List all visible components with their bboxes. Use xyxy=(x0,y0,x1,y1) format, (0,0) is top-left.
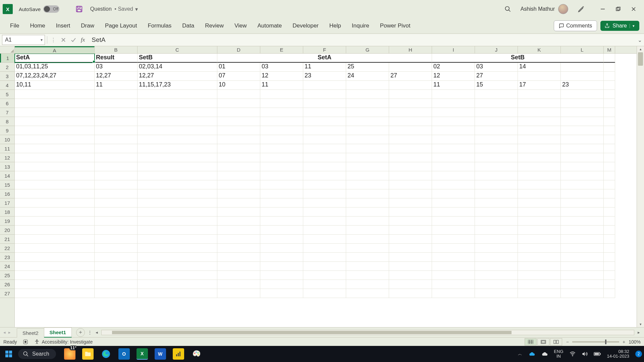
cell[interactable] xyxy=(604,244,615,253)
cell[interactable] xyxy=(518,207,561,217)
cell[interactable] xyxy=(561,72,604,81)
cell[interactable] xyxy=(604,153,615,162)
cell[interactable] xyxy=(604,271,615,280)
cell[interactable] xyxy=(303,117,346,126)
row-header-27[interactable]: 27 xyxy=(0,289,14,298)
cell[interactable] xyxy=(389,144,432,153)
cell[interactable] xyxy=(518,126,561,135)
page-break-view-button[interactable] xyxy=(550,338,562,346)
cell[interactable] xyxy=(138,180,217,189)
cell[interactable] xyxy=(138,144,217,153)
cell[interactable]: 17 xyxy=(518,81,561,90)
cell[interactable] xyxy=(432,226,475,235)
hscroll-right-arrow-icon[interactable]: ▸ xyxy=(636,330,641,335)
row-header-6[interactable]: 6 xyxy=(0,99,14,108)
cell[interactable] xyxy=(432,198,475,207)
cell[interactable] xyxy=(604,235,615,244)
zoom-out-button[interactable]: − xyxy=(566,339,569,345)
cell[interactable] xyxy=(346,90,389,99)
cell[interactable]: 07,12,23,24,27 xyxy=(15,72,95,81)
row-header-7[interactable]: 7 xyxy=(0,108,14,117)
cell[interactable] xyxy=(303,289,346,298)
cell[interactable] xyxy=(561,262,604,271)
cell[interactable] xyxy=(604,72,615,81)
macro-record-icon[interactable] xyxy=(23,339,28,345)
cell[interactable] xyxy=(217,289,260,298)
cell[interactable] xyxy=(217,117,260,126)
normal-view-button[interactable] xyxy=(525,338,537,346)
cell[interactable] xyxy=(389,226,432,235)
cell[interactable]: SetA xyxy=(217,54,432,63)
row-headers[interactable]: 1234567891011121314151617181920212223242… xyxy=(0,54,15,327)
ribbon-tab-formulas[interactable]: Formulas xyxy=(142,20,177,32)
cell[interactable] xyxy=(561,108,604,117)
cell[interactable] xyxy=(138,99,217,108)
cell[interactable] xyxy=(217,217,260,226)
cell[interactable] xyxy=(389,135,432,144)
ribbon-tab-home[interactable]: Home xyxy=(24,20,50,32)
cell[interactable] xyxy=(260,90,303,99)
language-indicator[interactable]: ENG IN xyxy=(554,349,563,359)
cell[interactable] xyxy=(260,135,303,144)
cell[interactable] xyxy=(15,244,95,253)
cell[interactable] xyxy=(15,198,95,207)
cell[interactable] xyxy=(475,271,518,280)
cell[interactable]: 02,03,14 xyxy=(138,63,217,72)
ribbon-tab-inquire[interactable]: Inquire xyxy=(346,20,375,32)
cell[interactable] xyxy=(95,99,138,108)
cell[interactable] xyxy=(15,280,95,289)
cell[interactable] xyxy=(561,162,604,171)
cell[interactable] xyxy=(138,253,217,262)
cell[interactable] xyxy=(15,271,95,280)
cell[interactable] xyxy=(15,99,95,108)
cell[interactable] xyxy=(389,171,432,180)
cell[interactable] xyxy=(561,189,604,198)
row-header-25[interactable]: 25 xyxy=(0,271,14,280)
notification-badge[interactable]: 2 xyxy=(635,351,642,357)
cell[interactable]: 03 xyxy=(260,63,303,72)
ribbon-tab-file[interactable]: File xyxy=(6,20,24,32)
cell[interactable]: 23 xyxy=(303,72,346,81)
spreadsheet-grid[interactable]: ABCDEFGHIJKLM 12345678910111213141516171… xyxy=(0,46,644,327)
cell[interactable] xyxy=(138,90,217,99)
cell[interactable] xyxy=(389,262,432,271)
paint-icon[interactable] xyxy=(191,348,202,360)
search-icon[interactable] xyxy=(504,6,511,12)
cell[interactable] xyxy=(561,271,604,280)
cell[interactable] xyxy=(518,171,561,180)
ribbon-tab-help[interactable]: Help xyxy=(324,20,346,32)
cell[interactable] xyxy=(432,108,475,117)
vertical-scrollbar[interactable]: ▴ ▾ xyxy=(637,46,644,327)
select-all-corner[interactable] xyxy=(0,46,15,54)
cell[interactable] xyxy=(561,198,604,207)
cell[interactable] xyxy=(138,262,217,271)
cell[interactable]: 11 xyxy=(432,81,475,90)
cell[interactable]: 03 xyxy=(475,63,518,72)
cell[interactable] xyxy=(561,180,604,189)
cell[interactable] xyxy=(217,253,260,262)
autosave-toggle[interactable]: AutoSave Off xyxy=(19,5,67,13)
cell[interactable] xyxy=(95,244,138,253)
row-header-4[interactable]: 4 xyxy=(0,81,14,90)
cell[interactable] xyxy=(260,217,303,226)
cell[interactable] xyxy=(138,126,217,135)
cell[interactable]: 03 xyxy=(95,63,138,72)
cell[interactable] xyxy=(260,162,303,171)
row-header-17[interactable]: 17 xyxy=(0,198,14,207)
cell[interactable]: Result xyxy=(95,54,138,63)
cell[interactable] xyxy=(432,244,475,253)
cell[interactable] xyxy=(432,162,475,171)
ribbon-tab-view[interactable]: View xyxy=(229,20,252,32)
cell[interactable] xyxy=(475,90,518,99)
cell[interactable] xyxy=(138,226,217,235)
cell[interactable] xyxy=(95,144,138,153)
cell[interactable] xyxy=(518,253,561,262)
page-layout-view-button[interactable] xyxy=(537,338,549,346)
tab-scroll-options-icon[interactable]: ⋮ xyxy=(88,330,92,335)
cell[interactable] xyxy=(475,280,518,289)
column-header-J[interactable]: J xyxy=(475,46,518,53)
cell[interactable] xyxy=(138,271,217,280)
cell[interactable] xyxy=(475,135,518,144)
cell[interactable] xyxy=(475,171,518,180)
cell[interactable] xyxy=(432,99,475,108)
